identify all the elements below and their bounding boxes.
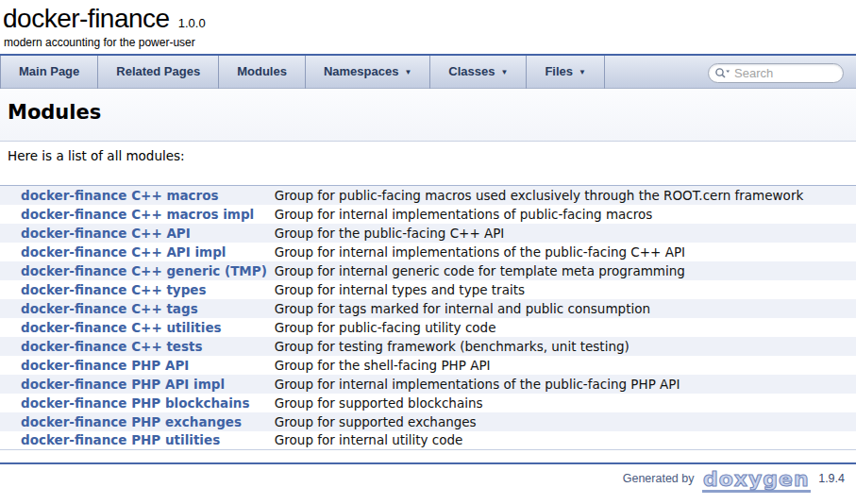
module-description: Group for internal implementations of th… (267, 375, 856, 394)
module-link[interactable]: docker-finance C++ API impl (21, 244, 226, 260)
module-entry-cell: docker-finance C++ utilities (0, 318, 267, 337)
page-title: Modules (8, 101, 848, 124)
tab-label: Files (545, 64, 573, 78)
module-description: Group for supported blockchains (267, 394, 856, 412)
tab-label: Modules (237, 64, 287, 78)
module-description: Group for internal implementations of pu… (267, 205, 856, 224)
module-entry-cell: docker-finance C++ macros impl (0, 205, 267, 224)
page-header: Modules (0, 89, 856, 142)
module-link[interactable]: docker-finance C++ tests (21, 339, 203, 354)
title-area: docker-finance 1.0.0 modern accounting f… (0, 0, 856, 54)
doxygen-logo[interactable]: doxygen (702, 469, 811, 493)
generated-by-label: Generated by (623, 472, 695, 485)
module-entry-cell: docker-finance C++ generic (TMP) (0, 261, 267, 280)
tab-label: Related Pages (116, 64, 200, 78)
module-description: Group for supported exchanges (267, 412, 856, 431)
tab-label: Main Page (19, 64, 79, 78)
footer: Generated by doxygen 1.9.4 (0, 464, 856, 493)
module-entry-cell: docker-finance PHP API (0, 356, 267, 375)
module-entry-cell: docker-finance C++ API (0, 224, 267, 243)
table-row: docker-finance PHP blockchainsGroup for … (0, 394, 856, 412)
module-description: Group for internal implementations of th… (267, 243, 856, 261)
module-description: Group for public-facing macros used excl… (267, 186, 856, 205)
search-box[interactable] (708, 63, 844, 83)
module-link[interactable]: docker-finance PHP API (21, 358, 189, 373)
module-link[interactable]: docker-finance PHP exchanges (21, 414, 242, 429)
module-description: Group for the public-facing C++ API (267, 224, 856, 243)
tab-label: Namespaces (324, 64, 399, 78)
table-row: docker-finance C++ utilitiesGroup for pu… (0, 318, 856, 337)
module-description: Group for internal generic code for temp… (267, 261, 856, 280)
tab-main-page[interactable]: Main Page (0, 56, 98, 89)
module-entry-cell: docker-finance C++ API impl (0, 243, 267, 261)
table-row: docker-finance PHP API implGroup for int… (0, 375, 856, 394)
module-entry-cell: docker-finance PHP exchanges (0, 412, 267, 431)
tab-modules[interactable]: Modules (219, 56, 306, 89)
table-row: docker-finance C++ APIGroup for the publ… (0, 224, 856, 243)
tab-classes[interactable]: Classes▼ (430, 56, 527, 89)
module-link[interactable]: docker-finance PHP utilities (21, 432, 220, 447)
table-row: docker-finance C++ generic (TMP)Group fo… (0, 261, 856, 280)
module-entry-cell: docker-finance C++ tags (0, 299, 267, 318)
module-description: Group for public-facing utility code (267, 318, 856, 337)
project-brief: modern accounting for the power-user (3, 34, 856, 52)
tab-namespaces[interactable]: Namespaces▼ (306, 56, 430, 89)
module-entry-cell: docker-finance PHP blockchains (0, 394, 267, 412)
module-entry-cell: docker-finance C++ types (0, 280, 267, 299)
table-row: docker-finance PHP exchangesGroup for su… (0, 412, 856, 431)
module-link[interactable]: docker-finance C++ macros impl (21, 207, 254, 222)
table-row: docker-finance C++ macrosGroup for publi… (0, 186, 856, 205)
tab-related-pages[interactable]: Related Pages (98, 56, 219, 89)
chevron-down-icon: ▼ (404, 68, 411, 76)
module-link[interactable]: docker-finance PHP API impl (21, 377, 225, 392)
module-description: Group for the shell-facing PHP API (267, 356, 856, 375)
tab-label: Classes (448, 64, 495, 78)
table-row: docker-finance C++ API implGroup for int… (0, 243, 856, 261)
table-row: docker-finance C++ macros implGroup for … (0, 205, 856, 224)
module-description: Group for testing framework (benchmarks,… (267, 337, 856, 356)
table-row: docker-finance C++ tagsGroup for tags ma… (0, 299, 856, 318)
module-entry-cell: docker-finance C++ macros (0, 186, 267, 205)
modules-table-body: docker-finance C++ macrosGroup for publi… (0, 186, 856, 450)
module-entry-cell: docker-finance PHP utilities (0, 431, 267, 450)
module-link[interactable]: docker-finance C++ macros (21, 188, 219, 203)
project-name: docker-finance (3, 4, 170, 33)
module-link[interactable]: docker-finance C++ API (21, 226, 191, 241)
modules-table: docker-finance C++ macrosGroup for publi… (0, 185, 856, 450)
tab-files[interactable]: Files▼ (527, 56, 605, 89)
search-input[interactable] (734, 66, 835, 80)
module-link[interactable]: docker-finance PHP blockchains (21, 395, 250, 411)
table-row: docker-finance C++ typesGroup for intern… (0, 280, 856, 299)
doxygen-version: 1.9.4 (818, 472, 845, 485)
table-row: docker-finance C++ testsGroup for testin… (0, 337, 856, 356)
project-version: 1.0.0 (178, 16, 206, 30)
module-link[interactable]: docker-finance C++ utilities (21, 320, 222, 335)
module-entry-cell: docker-finance PHP API impl (0, 375, 267, 394)
nav-bar: Main PageRelated PagesModulesNamespaces▼… (0, 54, 856, 89)
module-entry-cell: docker-finance C++ tests (0, 337, 267, 356)
table-row: docker-finance PHP APIGroup for the shel… (0, 356, 856, 375)
search-icon[interactable] (714, 67, 730, 79)
module-link[interactable]: docker-finance C++ generic (TMP) (21, 263, 267, 278)
module-description: Group for tags marked for internal and p… (267, 299, 856, 318)
intro-text: Here is a list of all modules: (0, 148, 856, 163)
table-row: docker-finance PHP utilitiesGroup for in… (0, 431, 856, 450)
module-description: Group for internal types and type traits (267, 280, 856, 299)
module-link[interactable]: docker-finance C++ tags (21, 301, 198, 316)
module-description: Group for internal utility code (267, 431, 856, 450)
chevron-down-icon: ▼ (579, 68, 586, 76)
module-link[interactable]: docker-finance C++ types (21, 282, 207, 297)
chevron-down-icon: ▼ (500, 68, 508, 76)
contents: Here is a list of all modules: docker-fi… (0, 142, 856, 450)
